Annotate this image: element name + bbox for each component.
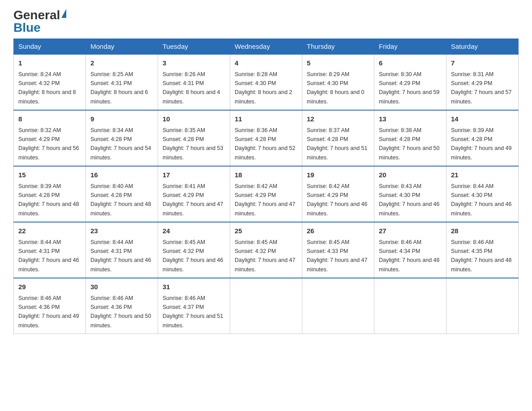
- day-number: 21: [451, 170, 514, 180]
- day-cell: 11 Sunrise: 8:36 AMSunset: 4:28 PMDaylig…: [230, 110, 302, 166]
- day-info: Sunrise: 8:25 AMSunset: 4:31 PMDaylight:…: [90, 71, 148, 105]
- day-info: Sunrise: 8:45 AMSunset: 4:32 PMDaylight:…: [163, 239, 223, 273]
- day-number: 26: [307, 226, 369, 236]
- day-number: 17: [163, 170, 225, 180]
- day-number: 25: [235, 226, 297, 236]
- day-info: Sunrise: 8:46 AMSunset: 4:36 PMDaylight:…: [18, 295, 79, 329]
- day-cell: 14 Sunrise: 8:39 AMSunset: 4:28 PMDaylig…: [446, 110, 519, 166]
- day-cell: 2 Sunrise: 8:25 AMSunset: 4:31 PMDayligh…: [86, 54, 158, 110]
- day-info: Sunrise: 8:26 AMSunset: 4:31 PMDaylight:…: [163, 71, 220, 105]
- day-cell: 27 Sunrise: 8:46 AMSunset: 4:34 PMDaylig…: [374, 222, 446, 278]
- day-info: Sunrise: 8:43 AMSunset: 4:30 PMDaylight:…: [379, 183, 440, 217]
- day-number: 27: [379, 226, 442, 236]
- day-cell: 19 Sunrise: 8:42 AMSunset: 4:29 PMDaylig…: [302, 166, 374, 222]
- day-info: Sunrise: 8:34 AMSunset: 4:28 PMDaylight:…: [90, 127, 151, 161]
- day-info: Sunrise: 8:37 AMSunset: 4:28 PMDaylight:…: [307, 127, 368, 161]
- day-number: 28: [451, 226, 514, 236]
- day-cell: [302, 278, 374, 334]
- day-number: 16: [90, 170, 153, 180]
- day-info: Sunrise: 8:42 AMSunset: 4:29 PMDaylight:…: [235, 183, 296, 217]
- header-cell-wednesday: Wednesday: [230, 39, 302, 55]
- day-cell: 25 Sunrise: 8:45 AMSunset: 4:32 PMDaylig…: [230, 222, 302, 278]
- day-info: Sunrise: 8:41 AMSunset: 4:29 PMDaylight:…: [163, 183, 223, 217]
- day-cell: 21 Sunrise: 8:44 AMSunset: 4:30 PMDaylig…: [446, 166, 519, 222]
- day-info: Sunrise: 8:31 AMSunset: 4:29 PMDaylight:…: [451, 71, 512, 105]
- day-cell: 5 Sunrise: 8:29 AMSunset: 4:30 PMDayligh…: [302, 54, 374, 110]
- day-number: 2: [90, 58, 153, 68]
- day-cell: [446, 278, 519, 334]
- day-info: Sunrise: 8:36 AMSunset: 4:28 PMDaylight:…: [235, 127, 296, 161]
- day-number: 22: [18, 226, 81, 236]
- logo: General Blue: [13, 9, 66, 34]
- day-info: Sunrise: 8:24 AMSunset: 4:32 PMDaylight:…: [18, 71, 76, 105]
- day-cell: 24 Sunrise: 8:45 AMSunset: 4:32 PMDaylig…: [158, 222, 230, 278]
- day-cell: 28 Sunrise: 8:46 AMSunset: 4:35 PMDaylig…: [446, 222, 519, 278]
- day-cell: 12 Sunrise: 8:37 AMSunset: 4:28 PMDaylig…: [302, 110, 374, 166]
- day-info: Sunrise: 8:46 AMSunset: 4:36 PMDaylight:…: [90, 295, 151, 329]
- week-row-3: 15 Sunrise: 8:39 AMSunset: 4:28 PMDaylig…: [14, 166, 519, 222]
- day-number: 7: [451, 58, 514, 68]
- day-info: Sunrise: 8:46 AMSunset: 4:35 PMDaylight:…: [451, 239, 512, 273]
- day-info: Sunrise: 8:45 AMSunset: 4:32 PMDaylight:…: [235, 239, 296, 273]
- logo-triangle-icon: [61, 9, 66, 18]
- day-info: Sunrise: 8:42 AMSunset: 4:29 PMDaylight:…: [307, 183, 368, 217]
- day-cell: 20 Sunrise: 8:43 AMSunset: 4:30 PMDaylig…: [374, 166, 446, 222]
- day-number: 10: [163, 114, 225, 124]
- day-info: Sunrise: 8:39 AMSunset: 4:28 PMDaylight:…: [18, 183, 79, 217]
- day-info: Sunrise: 8:38 AMSunset: 4:28 PMDaylight:…: [379, 127, 440, 161]
- day-number: 24: [163, 226, 225, 236]
- day-number: 13: [379, 114, 442, 124]
- day-cell: 7 Sunrise: 8:31 AMSunset: 4:29 PMDayligh…: [446, 54, 519, 110]
- day-info: Sunrise: 8:40 AMSunset: 4:28 PMDaylight:…: [90, 183, 151, 217]
- day-number: 18: [235, 170, 297, 180]
- day-cell: 23 Sunrise: 8:44 AMSunset: 4:31 PMDaylig…: [86, 222, 158, 278]
- day-cell: [374, 278, 446, 334]
- day-number: 11: [235, 114, 297, 124]
- day-cell: 13 Sunrise: 8:38 AMSunset: 4:28 PMDaylig…: [374, 110, 446, 166]
- day-number: 3: [163, 58, 225, 68]
- day-number: 29: [18, 282, 81, 292]
- day-cell: 15 Sunrise: 8:39 AMSunset: 4:28 PMDaylig…: [14, 166, 86, 222]
- day-number: 19: [307, 170, 369, 180]
- day-number: 14: [451, 114, 514, 124]
- day-cell: 6 Sunrise: 8:30 AMSunset: 4:29 PMDayligh…: [374, 54, 446, 110]
- logo-general-text: General: [13, 9, 60, 21]
- day-cell: 1 Sunrise: 8:24 AMSunset: 4:32 PMDayligh…: [14, 54, 86, 110]
- day-cell: 3 Sunrise: 8:26 AMSunset: 4:31 PMDayligh…: [158, 54, 230, 110]
- day-info: Sunrise: 8:32 AMSunset: 4:29 PMDaylight:…: [18, 127, 79, 161]
- week-row-5: 29 Sunrise: 8:46 AMSunset: 4:36 PMDaylig…: [14, 278, 519, 334]
- day-info: Sunrise: 8:39 AMSunset: 4:28 PMDaylight:…: [451, 127, 512, 161]
- day-number: 1: [18, 58, 81, 68]
- day-cell: 31 Sunrise: 8:46 AMSunset: 4:37 PMDaylig…: [158, 278, 230, 334]
- day-info: Sunrise: 8:29 AMSunset: 4:30 PMDaylight:…: [307, 71, 365, 105]
- day-info: Sunrise: 8:46 AMSunset: 4:37 PMDaylight:…: [163, 295, 223, 329]
- day-cell: 22 Sunrise: 8:44 AMSunset: 4:31 PMDaylig…: [14, 222, 86, 278]
- day-number: 20: [379, 170, 442, 180]
- day-info: Sunrise: 8:44 AMSunset: 4:31 PMDaylight:…: [18, 239, 79, 273]
- day-number: 30: [90, 282, 153, 292]
- day-info: Sunrise: 8:45 AMSunset: 4:33 PMDaylight:…: [307, 239, 368, 273]
- day-number: 6: [379, 58, 442, 68]
- day-number: 31: [163, 282, 225, 292]
- day-info: Sunrise: 8:44 AMSunset: 4:31 PMDaylight:…: [90, 239, 151, 273]
- week-row-2: 8 Sunrise: 8:32 AMSunset: 4:29 PMDayligh…: [14, 110, 519, 166]
- day-number: 9: [90, 114, 153, 124]
- header-row: SundayMondayTuesdayWednesdayThursdayFrid…: [14, 39, 519, 55]
- day-cell: 29 Sunrise: 8:46 AMSunset: 4:36 PMDaylig…: [14, 278, 86, 334]
- day-cell: 9 Sunrise: 8:34 AMSunset: 4:28 PMDayligh…: [86, 110, 158, 166]
- header-cell-thursday: Thursday: [302, 39, 374, 55]
- day-cell: 8 Sunrise: 8:32 AMSunset: 4:29 PMDayligh…: [14, 110, 86, 166]
- header: General Blue: [13, 9, 519, 34]
- day-cell: 26 Sunrise: 8:45 AMSunset: 4:33 PMDaylig…: [302, 222, 374, 278]
- day-info: Sunrise: 8:44 AMSunset: 4:30 PMDaylight:…: [451, 183, 512, 217]
- logo-blue-text: Blue: [13, 21, 41, 34]
- day-number: 23: [90, 226, 153, 236]
- day-number: 4: [235, 58, 297, 68]
- day-info: Sunrise: 8:28 AMSunset: 4:30 PMDaylight:…: [235, 71, 292, 105]
- day-info: Sunrise: 8:46 AMSunset: 4:34 PMDaylight:…: [379, 239, 440, 273]
- day-info: Sunrise: 8:35 AMSunset: 4:28 PMDaylight:…: [163, 127, 223, 161]
- week-row-4: 22 Sunrise: 8:44 AMSunset: 4:31 PMDaylig…: [14, 222, 519, 278]
- day-cell: 30 Sunrise: 8:46 AMSunset: 4:36 PMDaylig…: [86, 278, 158, 334]
- day-cell: 17 Sunrise: 8:41 AMSunset: 4:29 PMDaylig…: [158, 166, 230, 222]
- header-cell-friday: Friday: [374, 39, 446, 55]
